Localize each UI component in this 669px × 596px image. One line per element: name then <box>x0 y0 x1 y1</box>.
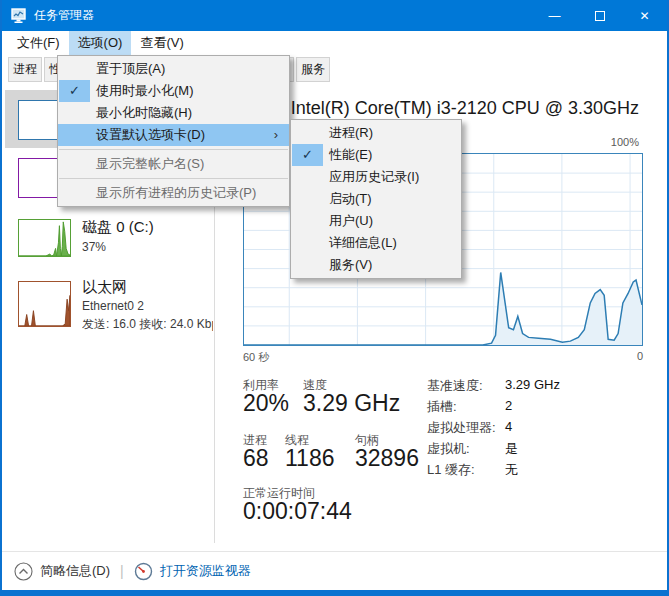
minimize-button[interactable]: — <box>532 0 577 31</box>
menu-separator <box>59 149 288 150</box>
submenu-arrow-icon: › <box>274 124 278 146</box>
titlebar[interactable]: 任务管理器 — ✕ <box>2 0 667 31</box>
tab-services[interactable]: 服务 <box>296 57 330 82</box>
menu-item-show-full-account-name: 显示完整帐户名(S) <box>58 153 289 175</box>
y-axis-max-label: 100% <box>611 136 639 148</box>
maximize-icon <box>595 11 605 21</box>
cpu-name: Intel(R) Core(TM) i3-2120 CPU @ 3.30GHz <box>291 98 639 119</box>
virtual-processors-label: 虚拟处理器: <box>427 419 496 437</box>
menu-options[interactable]: 选项(O) <box>69 31 132 55</box>
threads-value: 1186 <box>285 445 334 472</box>
options-menu: 置于顶层(A) ✓使用时最小化(M) 最小化时隐藏(H) 设置默认选项卡(D) … <box>57 55 290 207</box>
resource-monitor-icon <box>134 562 153 581</box>
processes-value: 68 <box>243 445 269 472</box>
chevron-up-circle-icon <box>14 562 33 581</box>
menu-view[interactable]: 查看(V) <box>131 31 192 55</box>
handles-value: 32896 <box>355 445 419 472</box>
utilization-value: 20% <box>243 390 289 417</box>
x-left-label: 60 秒 <box>243 350 269 365</box>
check-icon: ✓ <box>292 144 323 166</box>
close-icon: ✕ <box>639 9 649 23</box>
disk-sparkline <box>19 220 70 256</box>
sockets-label: 插槽: <box>427 398 457 416</box>
menu-item-hide-when-minimized[interactable]: 最小化时隐藏(H) <box>58 102 289 124</box>
menu-separator <box>59 178 288 179</box>
disk-usage: 37% <box>82 240 213 254</box>
speed-value: 3.29 GHz <box>303 390 400 417</box>
submenu-item-app-history[interactable]: 应用历史记录(I) <box>291 166 461 188</box>
x-axis-labels: 60 秒 0 <box>243 350 643 365</box>
l1-cache-value: 无 <box>505 461 518 479</box>
default-tab-submenu: 进程(R) ✓性能(E) 应用历史记录(I) 启动(T) 用户(U) 详细信息(… <box>290 119 462 279</box>
base-speed-label: 基准速度: <box>427 377 483 395</box>
details-toggle[interactable]: 简略信息(D) <box>40 562 110 580</box>
submenu-item-startup[interactable]: 启动(T) <box>291 188 461 210</box>
submenu-item-details[interactable]: 详细信息(L) <box>291 232 461 254</box>
maximize-button[interactable] <box>577 0 622 31</box>
ethernet-sparkline <box>19 282 70 326</box>
tab-processes[interactable]: 进程 <box>8 57 42 82</box>
virtual-machine-value: 是 <box>505 440 518 458</box>
ethernet-thumbnail[interactable] <box>18 281 71 327</box>
virtual-machine-label: 虚拟机: <box>427 440 470 458</box>
close-button[interactable]: ✕ <box>622 0 667 31</box>
task-manager-window: 任务管理器 — ✕ 文件(F) 选项(O) 查看(V) 进程 性能 应用历史记录… <box>0 0 669 596</box>
window-title: 任务管理器 <box>34 7 94 24</box>
task-manager-app-icon <box>11 8 27 24</box>
ethernet-adapter: Ethernet0 2 <box>82 299 213 313</box>
submenu-item-processes[interactable]: 进程(R) <box>291 122 461 144</box>
menu-item-set-default-tab[interactable]: 设置默认选项卡(D) › <box>58 124 289 146</box>
minimize-icon: — <box>549 9 561 23</box>
menu-item-always-on-top[interactable]: 置于顶层(A) <box>58 58 289 80</box>
footer-divider: | <box>120 563 124 579</box>
menu-file[interactable]: 文件(F) <box>8 31 69 55</box>
check-icon: ✓ <box>59 80 90 102</box>
disk-title[interactable]: 磁盘 0 (C:) <box>82 218 154 237</box>
sockets-value: 2 <box>505 398 512 413</box>
ethernet-throughput: 发送: 16.0 接收: 24.0 Kbps <box>82 316 213 333</box>
menu-item-show-history-all-processes: 显示所有进程的历史记录(P) <box>58 182 289 204</box>
virtual-processors-value: 4 <box>505 419 512 434</box>
disk-thumbnail[interactable] <box>18 219 71 257</box>
open-resource-monitor-link[interactable]: 打开资源监视器 <box>160 562 251 580</box>
submenu-item-users[interactable]: 用户(U) <box>291 210 461 232</box>
menubar: 文件(F) 选项(O) 查看(V) <box>2 31 667 55</box>
ethernet-title[interactable]: 以太网 <box>82 278 127 297</box>
footer: 简略信息(D) | 打开资源监视器 <box>2 551 667 590</box>
uptime-value: 0:00:07:44 <box>243 498 352 525</box>
submenu-item-services[interactable]: 服务(V) <box>291 254 461 276</box>
l1-cache-label: L1 缓存: <box>427 461 475 479</box>
submenu-item-performance[interactable]: ✓性能(E) <box>291 144 461 166</box>
menu-item-minimize-on-use[interactable]: ✓使用时最小化(M) <box>58 80 289 102</box>
x-right-label: 0 <box>637 350 643 365</box>
base-speed-value: 3.29 GHz <box>505 377 560 392</box>
